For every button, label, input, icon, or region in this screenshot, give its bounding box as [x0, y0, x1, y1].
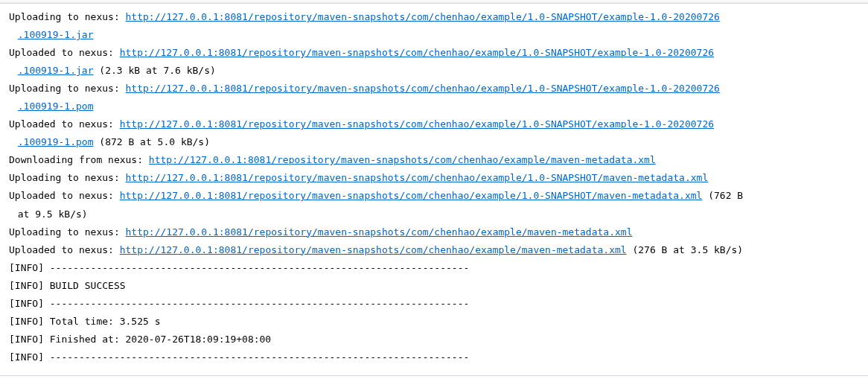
log-prefix: Uploaded to nexus: [9, 190, 120, 201]
log-url[interactable]: http://127.0.0.1:8081/repository/maven-s… [120, 47, 714, 58]
log-info-finished-at: [INFO] Finished at: 2020-07-26T18:09:19+… [9, 331, 861, 348]
log-line: Uploading to nexus: http://127.0.0.1:808… [9, 169, 861, 187]
log-line: Uploading to nexus: http://127.0.0.1:808… [9, 80, 861, 115]
log-url-wrap[interactable]: .100919-1.pom [9, 136, 93, 147]
log-url[interactable]: http://127.0.0.1:8081/repository/maven-s… [126, 226, 633, 238]
log-info-separator: [INFO] ---------------------------------… [9, 259, 861, 277]
log-prefix: Uploading to nexus: [9, 83, 126, 94]
log-prefix: Uploading to nexus: [9, 172, 126, 183]
log-prefix: Uploading to nexus: [9, 11, 126, 22]
log-line: Uploaded to nexus: http://127.0.0.1:8081… [9, 44, 861, 80]
log-url[interactable]: http://127.0.0.1:8081/repository/maven-s… [126, 172, 709, 183]
log-prefix: Uploaded to nexus: [9, 244, 120, 255]
log-line: Uploading to nexus: http://127.0.0.1:808… [9, 223, 861, 241]
log-prefix: Uploaded to nexus: [9, 47, 120, 58]
log-line: Uploaded to nexus: http://127.0.0.1:8081… [9, 115, 861, 151]
log-url[interactable]: http://127.0.0.1:8081/repository/maven-s… [126, 83, 720, 94]
log-url-wrap[interactable]: .100919-1.pom [9, 101, 93, 112]
log-line: Downloading from nexus: http://127.0.0.1… [9, 151, 861, 169]
log-url[interactable]: http://127.0.0.1:8081/repository/maven-s… [120, 190, 703, 201]
log-suffix: (762 B [702, 190, 743, 201]
log-suffix: (2.3 kB at 7.6 kB/s) [93, 65, 215, 76]
log-line: Uploaded to nexus: http://127.0.0.1:8081… [9, 187, 861, 223]
log-suffix: (276 B at 3.5 kB/s) [627, 244, 744, 255]
log-url[interactable]: http://127.0.0.1:8081/repository/maven-s… [120, 244, 627, 255]
log-url-wrap[interactable]: .100919-1.jar [9, 65, 93, 76]
build-log: Uploading to nexus: http://127.0.0.1:808… [0, 4, 868, 376]
log-info-build-success: [INFO] BUILD SUCCESS [9, 277, 861, 295]
log-url-wrap[interactable]: .100919-1.jar [9, 29, 93, 40]
log-line: Uploaded to nexus: http://127.0.0.1:8081… [9, 241, 861, 259]
log-prefix: Uploading to nexus: [9, 226, 126, 238]
log-prefix: Downloading from nexus: [9, 154, 149, 165]
log-info-total-time: [INFO] Total time: 3.525 s [9, 313, 861, 331]
log-url[interactable]: http://127.0.0.1:8081/repository/maven-s… [126, 11, 720, 22]
log-prefix: Uploaded to nexus: [9, 118, 120, 130]
log-suffix: (872 B at 5.0 kB/s) [93, 136, 210, 147]
log-line: Uploading to nexus: http://127.0.0.1:808… [9, 8, 861, 44]
log-info-separator: [INFO] ---------------------------------… [9, 295, 861, 313]
log-info-separator: [INFO] ---------------------------------… [9, 348, 861, 366]
log-url[interactable]: http://127.0.0.1:8081/repository/maven-s… [149, 154, 656, 165]
log-url[interactable]: http://127.0.0.1:8081/repository/maven-s… [120, 118, 714, 130]
log-suffix-wrap: at 9.5 kB/s) [9, 208, 88, 220]
